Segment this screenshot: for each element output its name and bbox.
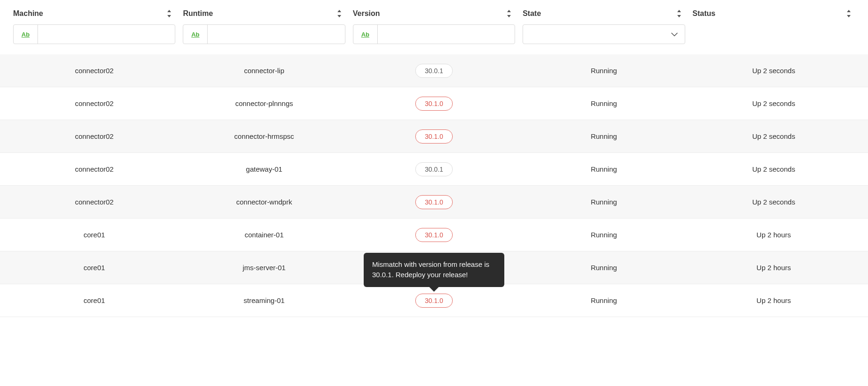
cell-state: Running	[523, 132, 685, 140]
table-header: Machine Ab Runtime	[0, 0, 868, 44]
cell-version: 30.1.0	[353, 228, 515, 242]
filter-version[interactable]: Ab	[353, 24, 515, 44]
table-row[interactable]: connector02connector-hrmspsc30.1.0Runnin…	[0, 120, 868, 153]
sort-icon[interactable]	[676, 9, 682, 18]
cell-version: 30.1.0	[353, 195, 515, 209]
cell-runtime: container-01	[183, 231, 345, 239]
version-badge[interactable]: 30.1.0	[415, 228, 453, 242]
column-label-machine: Machine	[13, 9, 43, 18]
cell-runtime: connector-plnnngs	[183, 99, 345, 107]
column-label-state: State	[523, 9, 541, 18]
filter-input-runtime[interactable]	[208, 25, 344, 44]
table-body: connector02connector-lip30.0.1RunningUp …	[0, 54, 868, 317]
filter-runtime[interactable]: Ab	[183, 24, 345, 44]
table-row[interactable]: core01jms-server-01RunningUp 2 hours	[0, 251, 868, 284]
filter-machine[interactable]: Ab	[13, 24, 175, 44]
cell-runtime: jms-server-01	[183, 264, 345, 272]
column-header-version: Version Ab	[353, 9, 515, 44]
column-label-status: Status	[693, 9, 716, 18]
column-header-runtime: Runtime Ab	[183, 9, 345, 44]
sort-icon[interactable]	[846, 9, 852, 18]
version-badge[interactable]: 30.1.0	[415, 97, 453, 111]
cell-status: Up 2 hours	[693, 296, 855, 304]
cell-machine: connector02	[13, 67, 175, 75]
column-header-state: State	[523, 9, 685, 44]
cell-runtime: connector-hrmspsc	[183, 132, 345, 140]
version-badge[interactable]: 30.0.1	[415, 64, 453, 78]
cell-status: Up 2 seconds	[693, 67, 855, 75]
cell-state: Running	[523, 231, 685, 239]
cell-version: 30.1.0	[353, 129, 515, 144]
cell-runtime: gateway-01	[183, 165, 345, 173]
table-row[interactable]: connector02gateway-0130.0.1RunningUp 2 s…	[0, 153, 868, 186]
cell-status: Up 2 seconds	[693, 198, 855, 206]
column-label-version: Version	[353, 9, 380, 18]
version-badge[interactable]: 30.1.0	[415, 129, 453, 144]
version-badge[interactable]: 30.1.0	[415, 195, 453, 209]
column-label-runtime: Runtime	[183, 9, 213, 18]
deployments-table: Machine Ab Runtime	[0, 0, 868, 317]
table-row[interactable]: connector02connector-plnnngs30.1.0Runnin…	[0, 87, 868, 120]
cell-machine: core01	[13, 264, 175, 272]
column-header-machine: Machine Ab	[13, 9, 175, 44]
text-filter-icon[interactable]: Ab	[353, 25, 378, 44]
table-row[interactable]: connector02connector-lip30.0.1RunningUp …	[0, 54, 868, 87]
cell-machine: connector02	[13, 99, 175, 107]
cell-version: 30.0.1	[353, 162, 515, 176]
cell-state: Running	[523, 165, 685, 173]
cell-machine: core01	[13, 296, 175, 304]
table-row[interactable]: connector02connector-wndprk30.1.0Running…	[0, 186, 868, 219]
chevron-down-icon	[671, 30, 678, 38]
cell-status: Up 2 hours	[693, 231, 855, 239]
column-header-status: Status	[693, 9, 855, 18]
cell-version: 30.0.1	[353, 64, 515, 78]
cell-status: Up 2 seconds	[693, 99, 855, 107]
cell-runtime: connector-wndprk	[183, 198, 345, 206]
filter-state-select[interactable]	[523, 24, 685, 44]
sort-icon[interactable]	[506, 9, 512, 18]
version-badge[interactable]: 30.0.1	[415, 162, 453, 176]
cell-status: Up 2 seconds	[693, 165, 855, 173]
cell-version: 30.1.0	[353, 294, 515, 308]
cell-state: Running	[523, 198, 685, 206]
cell-state: Running	[523, 99, 685, 107]
cell-status: Up 2 seconds	[693, 132, 855, 140]
text-filter-icon[interactable]: Ab	[183, 25, 208, 44]
cell-machine: connector02	[13, 165, 175, 173]
text-filter-icon[interactable]: Ab	[14, 25, 38, 44]
cell-machine: connector02	[13, 198, 175, 206]
cell-state: Running	[523, 67, 685, 75]
cell-runtime: connector-lip	[183, 67, 345, 75]
cell-version: 30.1.0	[353, 97, 515, 111]
cell-state: Running	[523, 264, 685, 272]
version-badge[interactable]: 30.1.0	[415, 294, 453, 308]
cell-status: Up 2 hours	[693, 264, 855, 272]
sort-icon[interactable]	[336, 9, 343, 18]
cell-machine: connector02	[13, 132, 175, 140]
cell-machine: core01	[13, 231, 175, 239]
table-row[interactable]: core01streaming-0130.1.0RunningUp 2 hour…	[0, 284, 868, 317]
cell-state: Running	[523, 296, 685, 304]
filter-input-version[interactable]	[378, 25, 515, 44]
table-row[interactable]: core01container-0130.1.0RunningUp 2 hour…	[0, 219, 868, 251]
cell-runtime: streaming-01	[183, 296, 345, 304]
filter-input-machine[interactable]	[38, 25, 175, 44]
sort-icon[interactable]	[166, 9, 172, 18]
